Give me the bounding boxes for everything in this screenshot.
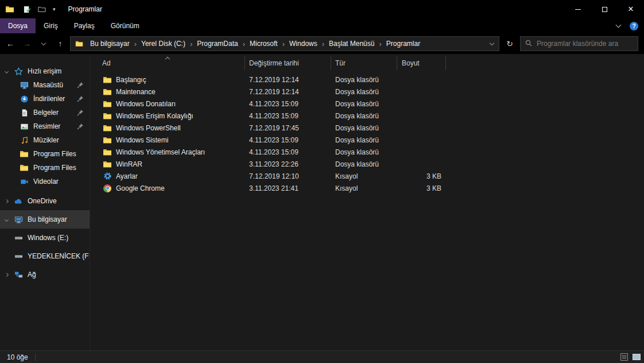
sidebar-item-label: Belgeler (33, 109, 59, 117)
breadcrumb-chevron-icon[interactable]: › (189, 40, 193, 48)
file-name: Maintenance (116, 88, 156, 96)
file-row[interactable]: Windows PowerShell7.12.2019 17:45Dosya k… (90, 122, 644, 134)
sidebar-item-program-files-1[interactable]: Program Files (0, 147, 90, 161)
column-header-boyut[interactable]: Boyut (397, 56, 446, 70)
sidebar-item-drive-e[interactable]: Windows (E:) (0, 229, 90, 247)
breadcrumb-item[interactable]: Microsoft (246, 37, 281, 51)
window-title: Programlar (68, 5, 102, 13)
file-row[interactable]: Windows Yönetimsel Araçları4.11.2023 15:… (90, 146, 644, 158)
breadcrumb-item[interactable]: Windows (286, 37, 321, 51)
sidebar-item-onedrive[interactable]: OneDrive (0, 192, 90, 210)
chevron-down-icon[interactable] (5, 217, 9, 221)
file-name: WinRAR (116, 160, 142, 168)
documents-icon (20, 108, 29, 117)
computer-icon (14, 215, 23, 224)
refresh-button[interactable]: ↻ (502, 36, 517, 51)
column-header-ad[interactable]: Ad (90, 56, 245, 70)
forward-button[interactable]: → (20, 36, 34, 52)
folder-icon (103, 123, 112, 133)
sidebar-item-videos[interactable]: Videolar (0, 175, 90, 188)
sidebar-item-desktop[interactable]: Masaüstü (0, 78, 90, 92)
breadcrumb-item[interactable]: Başlat Menüsü (325, 37, 378, 51)
breadcrumb-chevron-icon[interactable]: › (378, 40, 382, 48)
breadcrumb-chevron-icon[interactable]: › (281, 40, 286, 48)
file-row[interactable]: WinRAR3.11.2023 22:26Dosya klasörü (90, 158, 644, 170)
address-folder-icon (75, 40, 83, 48)
sort-ascending-icon (165, 57, 170, 61)
address-dropdown-chevron-icon[interactable] (490, 40, 494, 45)
sidebar-item-this-pc[interactable]: Bu bilgisayar (0, 210, 90, 229)
file-name: Google Chrome (116, 184, 165, 192)
folder-icon (20, 149, 29, 159)
qat-customize-chevron-icon[interactable]: ▾ (53, 6, 56, 12)
column-header-label: Ad (102, 59, 111, 67)
file-type: Dosya klasörü (331, 124, 397, 132)
breadcrumb-item[interactable]: Bu bilgisayar (87, 37, 133, 51)
ribbon-tab-bar: Dosya Giriş Paylaş Görünüm ? (0, 18, 644, 33)
sidebar-item-network[interactable]: Ağ (0, 265, 90, 284)
sidebar-item-label: Program Files (33, 164, 76, 172)
sidebar-item-quick-access[interactable]: Hızlı erişim (0, 64, 90, 78)
file-name-cell: Windows Yönetimsel Araçları (90, 148, 245, 157)
chevron-right-icon[interactable] (5, 272, 9, 276)
tab-giris[interactable]: Giriş (36, 18, 66, 33)
folder-icon (103, 160, 112, 169)
file-row[interactable]: Windows Donatıları4.11.2023 15:09Dosya k… (90, 98, 644, 110)
large-icons-view-icon[interactable] (630, 351, 643, 363)
file-row[interactable]: Windows Sistemi4.11.2023 15:09Dosya klas… (90, 134, 644, 146)
column-header-label: Tür (335, 59, 346, 67)
search-box[interactable] (520, 36, 638, 51)
sidebar-item-pictures[interactable]: Resimler (0, 119, 90, 133)
breadcrumb-chevron-icon[interactable]: › (133, 40, 138, 48)
breadcrumb-chevron-icon[interactable]: › (321, 40, 325, 48)
file-name: Windows Yönetimsel Araçları (116, 148, 205, 156)
back-button[interactable]: ← (3, 36, 17, 52)
file-row[interactable]: Windows Erişim Kolaylığı4.11.2023 15:09D… (90, 110, 644, 122)
breadcrumb: Bu bilgisayar›Yerel Disk (C:)›ProgramDat… (87, 37, 424, 51)
tab-gorunum[interactable]: Görünüm (103, 18, 148, 33)
file-date: 4.11.2023 15:09 (245, 136, 331, 144)
tab-dosya[interactable]: Dosya (0, 18, 36, 33)
sidebar-item-documents[interactable]: Belgeler (0, 106, 90, 119)
tab-paylas[interactable]: Paylaş (66, 18, 103, 33)
address-bar[interactable]: Bu bilgisayar›Yerel Disk (C:)›ProgramDat… (70, 36, 499, 51)
recent-locations-chevron-icon[interactable] (37, 36, 51, 52)
chevron-down-icon[interactable] (5, 69, 9, 73)
file-row[interactable]: Ayarlar7.12.2019 12:10Kısayol3 KB (90, 170, 644, 182)
file-name-cell: Windows Sistemi (90, 136, 245, 145)
sidebar-item-label: Program Files (33, 150, 76, 158)
file-row[interactable]: Başlangıç7.12.2019 12:14Dosya klasörü (90, 74, 644, 86)
file-row[interactable]: Maintenance7.12.2019 12:14Dosya klasörü (90, 86, 644, 98)
sidebar-item-downloads[interactable]: İndirilenler (0, 92, 90, 106)
file-type: Dosya klasörü (331, 100, 397, 108)
details-view-icon[interactable] (618, 351, 630, 363)
up-button[interactable]: ↑ (53, 36, 67, 52)
help-icon[interactable]: ? (630, 22, 638, 30)
folder-icon (20, 163, 29, 172)
file-date: 7.12.2019 12:10 (245, 172, 331, 180)
file-name-cell: Maintenance (90, 87, 245, 96)
search-input[interactable] (537, 40, 633, 48)
downloads-icon (20, 94, 29, 103)
breadcrumb-chevron-icon[interactable]: › (242, 40, 246, 48)
column-header-tur[interactable]: Tür (331, 56, 397, 70)
sidebar-item-program-files-2[interactable]: Program Files (0, 161, 90, 175)
file-type: Dosya klasörü (331, 136, 397, 144)
breadcrumb-item[interactable]: ProgramData (193, 37, 241, 51)
sidebar-item-label: Bu bilgisayar (28, 215, 67, 223)
minimize-button[interactable] (565, 0, 591, 18)
qat-new-folder-icon[interactable] (38, 5, 46, 13)
column-header-degistirme-tarihi[interactable]: Değiştirme tarihi (245, 56, 331, 70)
chevron-right-icon[interactable] (5, 199, 9, 203)
close-button[interactable]: × (618, 0, 644, 18)
breadcrumb-item[interactable]: Yerel Disk (C:) (138, 37, 189, 51)
qat-properties-icon[interactable] (24, 6, 31, 13)
column-headers: Ad Değiştirme tarihi Tür Boyut (90, 56, 644, 70)
sidebar-item-music[interactable]: Müzikler (0, 133, 90, 147)
file-name-cell: Google Chrome (90, 184, 245, 193)
breadcrumb-item[interactable]: Programlar (383, 37, 424, 51)
sidebar-item-drive-f[interactable]: YEDEKLENİCEK (F:) (0, 247, 90, 265)
file-row[interactable]: Google Chrome3.11.2023 21:41Kısayol3 KB (90, 182, 644, 194)
maximize-button[interactable] (591, 0, 618, 18)
ribbon-collapse-chevron-icon[interactable] (616, 22, 622, 28)
